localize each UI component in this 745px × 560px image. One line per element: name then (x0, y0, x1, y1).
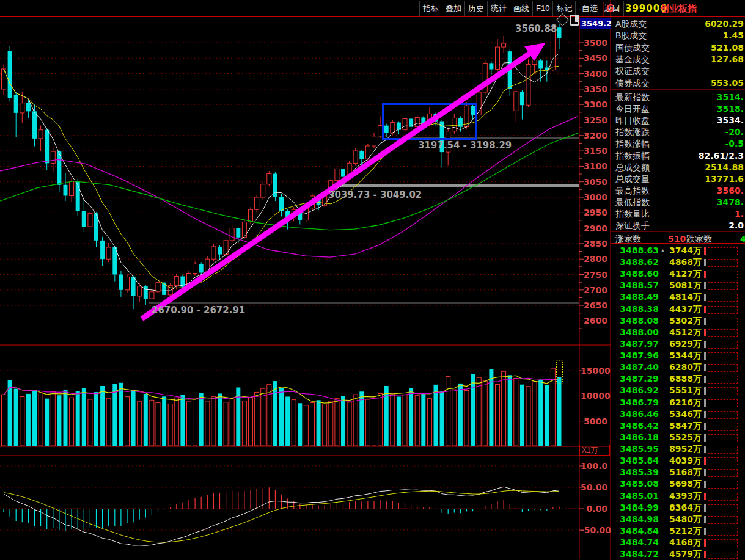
tick-row-price: 3484.72 (620, 549, 659, 559)
menu-item-1[interactable]: 叠加 (442, 1, 465, 16)
annotation-range-high: 3197.54 - 3198.29 (418, 140, 512, 151)
quote-row-value: 521.08 (711, 43, 744, 53)
axis-tick-label: 3400 (581, 69, 607, 79)
tick-row-price: 3485.08 (620, 479, 659, 489)
tick-row-price: 3488.49 (620, 292, 659, 302)
tick-row-marker (704, 352, 706, 360)
tick-row-price: 3488.38 (620, 304, 659, 314)
tick-row-volume: 4814万 (662, 292, 702, 303)
tick-row-price: 3488.08 (620, 316, 659, 325)
tick-row-marker (704, 528, 706, 535)
tick-row-price: 3487.97 (620, 339, 659, 349)
tick-row-price: 3487.40 (620, 362, 659, 372)
annotation-peak-price: 3560.88 (515, 23, 557, 34)
tick-row-price: 3485.95 (620, 444, 659, 454)
tick-row-volume: 5168万 (662, 467, 702, 478)
tick-row-marker (704, 271, 706, 278)
annotation-range-low: 2670.90 - 2672.91 (152, 305, 245, 316)
tick-row-price: 3488.60 (620, 269, 659, 278)
tick-row-bar (708, 271, 738, 278)
quote-row-value: 13771.6 (705, 174, 744, 184)
quote-row-value: 3514. (717, 92, 744, 102)
tick-row-marker (704, 376, 706, 383)
axis-tick-label: 3050 (581, 177, 607, 187)
tick-row-bar (708, 446, 738, 454)
panel-toggle-icon[interactable] (570, 15, 579, 26)
quote-row-value: 2.0 (728, 220, 744, 230)
axis-tick-label: 10000 (581, 391, 607, 401)
tick-row-marker (704, 469, 706, 476)
tick-row-bar (708, 376, 738, 384)
quote-row-label: 指数振幅 (615, 151, 650, 162)
quote-row-value: -0.5 (725, 139, 744, 148)
menu-item-7[interactable]: -自选 (576, 1, 601, 16)
quote-row-value: 3478. (717, 197, 744, 207)
trading-app-window: 指标叠加历史统计画线F10标记-自选返回 G 399006 创业板指 3549.… (0, 0, 745, 560)
tick-row-marker (704, 493, 706, 500)
axis-tick-label: 2850 (581, 239, 607, 249)
axis-tick-label: 3500 (581, 38, 607, 48)
tick-row-bar (708, 457, 738, 465)
quote-row-value: 6020.29 (705, 19, 744, 29)
menu-item-0[interactable]: 指标 (419, 1, 442, 16)
axis-tick-label: 2800 (581, 254, 607, 264)
tick-row-volume: 4039万 (662, 456, 702, 467)
menu-item-4[interactable]: 画线 (510, 1, 533, 16)
tick-row-marker (704, 387, 706, 395)
tick-row-price: 3487.96 (620, 351, 659, 360)
tick-row-volume: 8952万 (662, 444, 702, 455)
tick-row-volume: 5847万 (662, 421, 702, 432)
tick-row-marker (704, 282, 706, 289)
tick-row-volume: 8364万 (662, 503, 702, 514)
tick-row-bar (708, 469, 738, 477)
tick-row-marker (704, 446, 706, 453)
market-flag: G (606, 3, 614, 14)
tick-row-volume: 6888万 (662, 374, 702, 385)
tick-row-bar (708, 306, 738, 314)
quote-row-value: 3560. (717, 186, 744, 195)
tick-row-marker (704, 551, 706, 558)
advancers-count: 510 (668, 234, 686, 244)
axis-tick-label: 3100 (581, 161, 607, 171)
tick-row-bar (708, 399, 738, 407)
tick-row-volume: 5081万 (662, 280, 702, 291)
quote-row-label: 国债成交 (615, 43, 650, 54)
tick-row-volume: 5302万 (662, 316, 702, 327)
tick-row-bar (708, 434, 738, 442)
tick-row-volume: 4868万 (662, 257, 702, 268)
menu-item-3[interactable]: 统计 (488, 1, 510, 16)
tick-row-bar (708, 352, 738, 360)
quote-row-label: 基金成交 (615, 54, 650, 65)
tick-row-price: 3488.00 (620, 327, 659, 337)
quote-row-label: A股成交 (615, 19, 647, 30)
tick-row-price: 3484.99 (620, 503, 659, 512)
axis-tick-label: 3150 (581, 146, 607, 156)
axis-tick-label: 2750 (581, 270, 607, 280)
tick-row-marker (704, 329, 706, 336)
quote-row-label: 最高指数 (615, 186, 650, 197)
quote-row-label: 最新指数 (615, 92, 650, 103)
tick-row-price: 3484.74 (620, 537, 659, 547)
tick-row-volume: 6216万 (662, 398, 702, 409)
menu-item-2[interactable]: 历史 (465, 1, 488, 16)
axis-tick-label: 2950 (581, 208, 607, 217)
menu-item-5[interactable]: F10 (533, 1, 553, 16)
tick-row-volume: 5698万 (662, 479, 702, 490)
tick-row-price: 3484.84 (620, 526, 659, 536)
quote-row-label: 深证换手 (615, 220, 650, 231)
axis-tick-label: 2650 (581, 300, 607, 310)
tick-row-marker (704, 306, 706, 313)
tick-row-price: 3488.62 (620, 257, 659, 267)
axis-tick-label: 0.00 (581, 504, 607, 514)
tick-row-bar (708, 504, 738, 512)
panel-toggle-fill (575, 16, 578, 22)
tick-row-marker (704, 457, 706, 465)
tick-row-bar (708, 481, 738, 489)
tick-row-marker (704, 481, 706, 488)
axis-tick-label: -50.00 (581, 525, 607, 535)
tick-row-bar (708, 329, 738, 337)
menu-bar: 指标叠加历史统计画线F10标记-自选返回 (419, 1, 624, 16)
menu-item-6[interactable]: 标记 (553, 1, 576, 16)
tick-row-marker (704, 423, 706, 430)
tick-row-volume: 4393万 (662, 491, 702, 502)
